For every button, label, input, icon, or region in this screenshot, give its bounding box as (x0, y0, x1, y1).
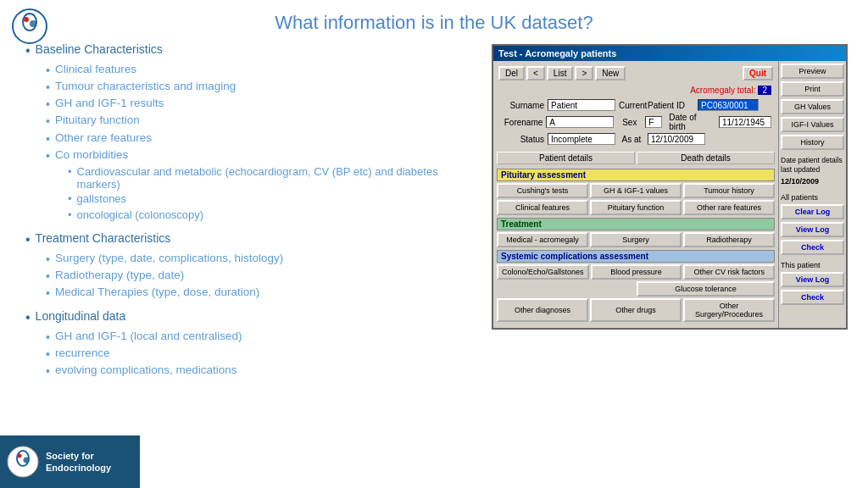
svg-point-6 (18, 454, 22, 458)
dob-label: Date of birth (669, 113, 714, 131)
svg-point-3 (30, 20, 36, 27)
check-btn[interactable]: Check (781, 240, 844, 255)
list-button[interactable]: List (547, 66, 574, 80)
systemic-grid-1: Colono/Echo/Gallstones Blood pressure Ot… (497, 264, 775, 280)
view-log-btn[interactable]: View Log (781, 222, 844, 237)
other-diagnoses-btn2[interactable]: Other diagnoses (497, 298, 588, 322)
dob-input[interactable] (719, 116, 771, 128)
bullet-baseline: Baseline Characteristics (25, 42, 483, 60)
details-row: Patient details Death details (497, 152, 775, 166)
pituitary-function-btn[interactable]: Pituitary function (590, 200, 682, 215)
history-btn[interactable]: History (781, 135, 844, 150)
cv-risk-btn[interactable]: Other CV risk factors (683, 264, 775, 280)
bullet-recurrence: recurrence (46, 347, 483, 362)
svg-point-2 (24, 17, 29, 22)
treatment-grid: Medical - acromegaly Surgery Radiotherap… (497, 232, 775, 247)
sex-input[interactable] (645, 116, 662, 128)
toolbar-row: Del < List > New Quit (497, 64, 775, 82)
patient-fields-section: Surname Current Patient ID Forename Sex (497, 97, 775, 149)
as-at-input[interactable] (648, 133, 705, 145)
gh-values-btn[interactable]: GH Values (781, 99, 844, 114)
igf-values-btn[interactable]: IGF-I Values (781, 117, 844, 132)
main-content: Baseline Characteristics Clinical featur… (0, 41, 868, 387)
other-rare-features-btn[interactable]: Other rare features (683, 200, 775, 215)
preview-btn[interactable]: Preview (781, 64, 844, 79)
forename-label: Forename (500, 118, 542, 127)
right-column: Test - Acromegaly patients Del < List > … (492, 41, 848, 387)
as-at-label: As at (619, 135, 644, 144)
del-button[interactable]: Del (498, 66, 525, 80)
status-row: Status As at (500, 133, 771, 145)
bullet-clinical-features: Clinical features (46, 63, 483, 78)
top-logo (12, 8, 47, 47)
page-title: What information is in the UK dataset? (0, 0, 868, 41)
fwd-button[interactable]: > (575, 66, 593, 80)
glucose-tolerance-btn2[interactable]: Glucose tolerance (637, 281, 775, 297)
surname-row: Surname Current Patient ID (500, 99, 771, 111)
bullet-evolving: evolving complications, medications (46, 363, 483, 379)
dialog-body: Del < List > New Quit Acromegaly total: … (493, 61, 778, 328)
dialog-sidebar: Preview Print GH Values IGF-I Values His… (778, 61, 846, 328)
death-details-btn[interactable]: Death details (637, 152, 775, 164)
pituitary-assessment-section: Pituitary assessment Cushing's tests GH … (497, 169, 775, 215)
treatment-section: Treatment Medical - acromegaly Surgery R… (497, 218, 775, 247)
bullet-gh-igf1-local: GH and IGF-1 (local and centralised) (46, 330, 483, 345)
acromegaly-label: Acromegaly total: (690, 86, 755, 95)
acromegaly-total-row: Acromegaly total: 2 (497, 86, 775, 95)
print-btn[interactable]: Print (781, 81, 844, 97)
pituitary-header: Pituitary assessment (497, 169, 775, 181)
dialog-title: Test - Acromegaly patients (498, 48, 616, 58)
new-button[interactable]: New (595, 66, 626, 80)
treatment-header: Treatment (497, 218, 775, 230)
medical-acromegaly-btn[interactable]: Medical - acromegaly (497, 232, 588, 247)
dialog-main: Del < List > New Quit Acromegaly total: … (493, 61, 778, 328)
section-treatment: Treatment Characteristics Surgery (type,… (25, 231, 483, 301)
status-label: Status (500, 135, 544, 144)
status-input[interactable] (548, 133, 615, 145)
other-surgery-btn[interactable]: Other Surgery/Procedures (683, 298, 775, 322)
society-logo-icon (7, 446, 39, 478)
left-column: Baseline Characteristics Clinical featur… (25, 41, 483, 387)
bullet-radiotherapy: Radiotherapy (type, date) (46, 269, 483, 284)
view-log2-btn[interactable]: View Log (781, 272, 844, 287)
acromegaly-value: 2 (758, 86, 771, 95)
systemic-section: Systemic complications assessment Colono… (497, 250, 775, 322)
bullet-comorbidities: Co morbidities (46, 148, 483, 164)
bullet-surgery: Surgery (type, date, complications, hist… (46, 252, 483, 267)
patient-id-label: Patient ID (648, 101, 694, 110)
pituitary-grid-1: Cushing's tests GH & IGF-1 values Tumour… (497, 183, 775, 198)
footer-logo: Society for Endocrinology (0, 435, 140, 488)
bullet-cardiovascular: Cardiovascular and metabolic (echocardio… (68, 165, 483, 191)
this-patient-label: This patient (781, 261, 844, 269)
dialog-titlebar: Test - Acromegaly patients (493, 46, 846, 61)
bullet-gh-igf1: GH and IGF-1 results (46, 97, 483, 112)
systemic-header: Systemic complications assessment (497, 250, 775, 263)
tumour-history-btn[interactable]: Tumour history (683, 183, 775, 198)
surgery-btn[interactable]: Surgery (590, 232, 682, 247)
other-drugs-btn[interactable]: Other drugs (590, 298, 682, 322)
colono-btn[interactable]: Colono/Echo/Gallstones (497, 264, 589, 280)
patient-details-btn[interactable]: Patient details (497, 152, 635, 164)
bullet-gallstones: gallstones (68, 192, 483, 207)
cushings-btn[interactable]: Cushing's tests (497, 183, 588, 198)
check2-btn[interactable]: Check (781, 290, 844, 305)
win-dialog: Test - Acromegaly patients Del < List > … (492, 44, 848, 330)
bullet-oncological: oncological (colonoscopy) (68, 208, 483, 223)
systemic-grid-3: Other diagnoses Other drugs Other Surger… (497, 298, 775, 322)
gh-igf1-btn[interactable]: GH & IGF-1 values (590, 183, 682, 198)
back-button[interactable]: < (526, 66, 545, 80)
blood-pressure-btn[interactable]: Blood pressure (591, 264, 682, 280)
patient-id-input[interactable] (698, 99, 759, 111)
clinical-features-btn[interactable]: Clinical features (497, 200, 588, 215)
bullet-medical-therapies: Medical Therapies (type, dose, duration) (46, 286, 483, 301)
radiotherapy-btn[interactable]: Radiotherapy (683, 232, 775, 247)
forename-input[interactable] (546, 116, 614, 128)
surname-input[interactable] (548, 99, 615, 111)
dialog-wrapper: Del < List > New Quit Acromegaly total: … (493, 61, 846, 328)
surname-label: Surname (500, 101, 544, 110)
clear-log-btn[interactable]: Clear Log (781, 204, 844, 219)
section-baseline: Baseline Characteristics Clinical featur… (25, 42, 483, 223)
quit-button[interactable]: Quit (743, 66, 773, 80)
pituitary-grid-2: Clinical features Pituitary function Oth… (497, 200, 775, 215)
forename-row: Forename Sex Date of birth (500, 113, 771, 131)
